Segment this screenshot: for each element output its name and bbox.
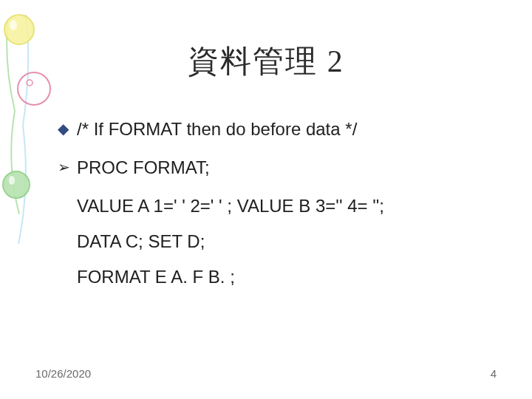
bullet-line-4: DATA C; SET D; bbox=[58, 231, 491, 253]
bullet-text: DATA C; SET D; bbox=[77, 231, 491, 253]
svg-point-4 bbox=[3, 171, 30, 198]
footer-page-number: 4 bbox=[491, 367, 497, 380]
diamond-bullet-icon: ◆ bbox=[58, 118, 77, 139]
slide: 資料管理 2 ◆ /* If FORMAT then do before dat… bbox=[0, 0, 532, 399]
slide-title: 資料管理 2 bbox=[0, 41, 532, 82]
bullet-line-1: ◆ /* If FORMAT then do before data */ bbox=[58, 118, 491, 140]
slide-body: ◆ /* If FORMAT then do before data */ ➢ … bbox=[58, 118, 491, 301]
chevron-bullet-icon: ➢ bbox=[58, 157, 77, 177]
bullet-line-3: VALUE A 1=' ' 2=' ' ; VALUE B 3='' 4= ''… bbox=[58, 195, 491, 217]
bullet-text: PROC FORMAT; bbox=[77, 157, 491, 179]
bullet-text: VALUE A 1=' ' 2=' ' ; VALUE B 3='' 4= ''… bbox=[77, 195, 491, 217]
bullet-line-5: FORMAT E A. F B. ; bbox=[58, 266, 491, 288]
bullet-text: FORMAT E A. F B. ; bbox=[77, 266, 491, 288]
svg-point-5 bbox=[9, 176, 15, 185]
svg-point-1 bbox=[10, 20, 17, 30]
bullet-line-2: ➢ PROC FORMAT; bbox=[58, 157, 491, 179]
svg-point-0 bbox=[4, 15, 34, 44]
footer-date: 10/26/2020 bbox=[35, 367, 91, 380]
bullet-text: /* If FORMAT then do before data */ bbox=[77, 118, 491, 140]
